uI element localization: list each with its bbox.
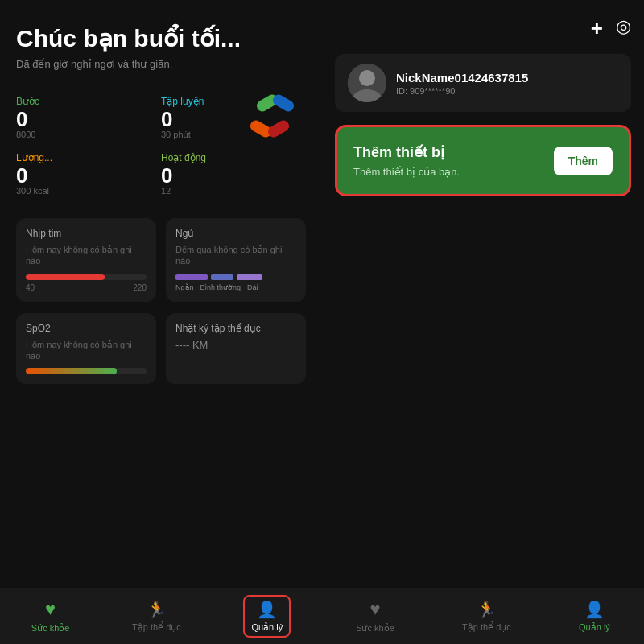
spo2-title: SpO2 [26,323,147,334]
left-bottom-nav: ♥ Sức khỏe 🏃 Tập thể dục 👤 Quản lý [0,588,322,644]
sleep-legend: Ngắn Bình thường Dài [175,283,296,291]
exercise-icon-right: 🏃 [477,600,497,619]
user-id: ID: 909******90 [396,86,618,96]
heart-rate-max: 220 [133,283,147,292]
nav-manage-label-right: Quản lý [579,622,610,633]
nav-exercise-label-left: Tập thể dục [132,622,181,633]
user-name: NickName01424637815 [396,71,618,85]
right-panel: + ◎ NickName01424637815 ID: 909******90 … [322,0,644,644]
avatar [348,64,386,102]
svg-point-5 [359,70,375,86]
heart-rate-note: Hôm nay không có bản ghi nào [26,244,147,267]
sleep-bar-normal [211,274,233,280]
nav-manage-right[interactable]: 👤 Quản lý [579,600,610,633]
sleep-title: Ngủ [175,228,296,239]
manage-icon-right: 👤 [584,600,605,619]
spo2-note: Hôm nay không có bản ghi nào [26,339,147,362]
nav-health-right[interactable]: ♥ Sức khỏe [356,599,394,634]
nav-health-label-right: Sức khỏe [356,623,394,634]
add-device-info: Thêm thiết bị Thêm thiết bị của bạn. [353,143,554,178]
spo2-card: SpO2 Hôm nay không có bản ghi nào [16,313,156,385]
stat-activity-value: 0 [161,165,306,186]
stat-steps-value: 0 [16,109,161,130]
stat-calories-label: Lượng... [16,152,161,163]
stat-steps-target: 8000 [16,130,161,139]
exercise-log-card: Nhật ký tập thể dục ---- KM [166,313,306,385]
stat-steps: Bước 0 8000 [16,89,161,146]
nav-manage-left[interactable]: 👤 Quản lý [243,595,291,638]
exercise-log-title: Nhật ký tập thể dục [175,323,296,334]
manage-icon-left: 👤 [257,600,277,619]
sleep-note: Đêm qua không có bản ghi nào [175,244,296,267]
user-info: NickName01424637815 ID: 909******90 [396,71,618,96]
stat-steps-label: Bước [16,96,161,107]
stat-calories: Lượng... 0 300 kcal [16,146,161,202]
x-logo [233,89,306,162]
nav-health-label-left: Sức khỏe [31,623,70,634]
stat-activity-target: 12 [161,186,306,196]
nav-health-left[interactable]: ♥ Sức khỏe [31,599,70,634]
greeting-subtitle: Đã đến giờ nghỉ ngơi và thư giãn. [16,58,306,70]
heart-rate-bar-labels: 40 220 [26,283,147,292]
sleep-legend-normal: Bình thường [200,283,242,291]
nav-exercise-right[interactable]: 🏃 Tập thể dục [462,600,511,633]
exercise-icon-left: 🏃 [147,600,167,619]
stat-calories-value: 0 [16,165,161,186]
sleep-bar-short [175,274,208,280]
heart-icon: ♥ [45,599,56,620]
spo2-bar [26,368,147,374]
sleep-legend-short: Ngắn [175,283,194,291]
sleep-bar-long [237,274,262,280]
nav-exercise-left[interactable]: 🏃 Tập thể dục [132,600,181,633]
add-device-title: Thêm thiết bị [353,143,554,161]
sleep-legend-long: Dài [247,283,258,291]
left-panel: Chúc bạn buổi tối... Đã đến giờ nghỉ ngơ… [0,0,322,644]
top-bar: + ◎ [335,16,631,41]
heart-rate-bar [26,274,147,280]
add-device-button[interactable]: Thêm [554,147,613,175]
add-device-desc: Thêm thiết bị của bạn. [353,166,554,178]
spo2-exercise-row: SpO2 Hôm nay không có bản ghi nào Nhật k… [16,313,306,385]
sleep-bars [175,274,296,280]
greeting-title: Chúc bạn buổi tối... [16,24,306,53]
spo2-bar-fill [26,368,117,374]
heart-rate-card: Nhịp tim Hôm nay không có bản ghi nào 40… [16,218,156,302]
camera-icon[interactable]: ◎ [616,16,631,41]
user-card: NickName01424637815 ID: 909******90 [335,54,631,112]
health-cards-row: Nhịp tim Hôm nay không có bản ghi nào 40… [16,218,306,302]
stat-calories-target: 300 kcal [16,186,161,196]
nav-exercise-label-right: Tập thể dục [462,622,511,633]
nav-manage-label-left: Quản lý [251,622,283,633]
plus-icon[interactable]: + [591,16,603,41]
sleep-card: Ngủ Đêm qua không có bản ghi nào Ngắn Bì… [166,218,306,302]
exercise-km: ---- KM [175,339,296,351]
heart-rate-min: 40 [26,283,35,292]
heart-rate-title: Nhịp tim [26,228,147,239]
svg-rect-3 [266,118,291,139]
add-device-card: Thêm thiết bị Thêm thiết bị của bạn. Thê… [335,125,631,196]
right-bottom-nav: ♥ Sức khỏe 🏃 Tập thể dục 👤 Quản lý [322,588,644,644]
stats-grid: Bước 0 8000 Tập luyện 0 30 phút Lượng...… [16,89,306,202]
heart-rate-bar-fill [26,274,105,280]
heart-icon-right: ♥ [369,599,380,620]
